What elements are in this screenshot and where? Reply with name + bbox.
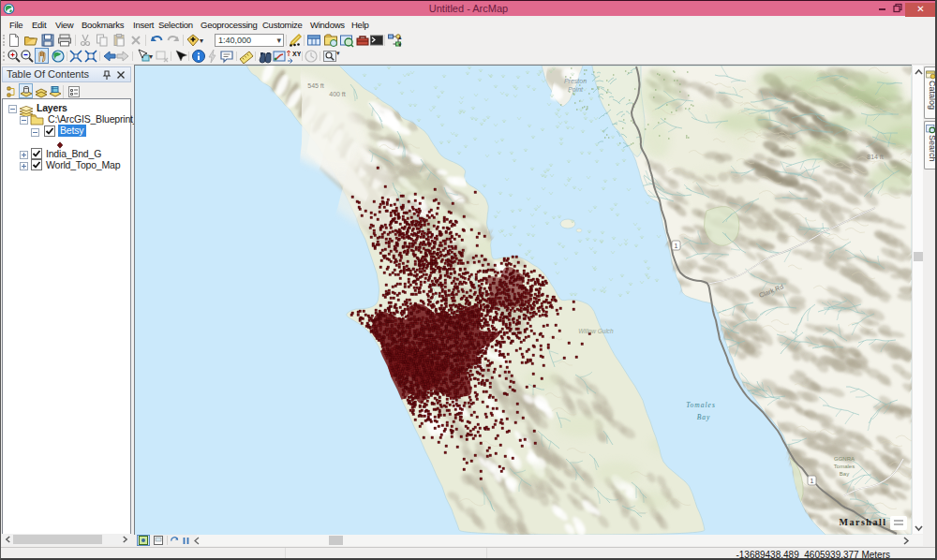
svg-text:GGNRA: GGNRA <box>834 456 855 462</box>
svg-text:Tomales: Tomales <box>834 464 855 469</box>
svg-text:1: 1 <box>675 243 678 249</box>
svg-text:Tomales: Tomales <box>686 401 716 409</box>
svg-text:1: 1 <box>811 478 814 484</box>
svg-text:Preston: Preston <box>564 78 587 84</box>
svg-text:XY: XY <box>292 51 301 57</box>
svg-text:545 ft: 545 ft <box>307 82 324 89</box>
svg-text:400 ft: 400 ft <box>329 91 346 97</box>
svg-text:Marshall: Marshall <box>840 517 887 527</box>
svg-text:Willow Gulch: Willow Gulch <box>578 328 614 334</box>
svg-text:Bay: Bay <box>697 413 711 421</box>
svg-text:Point: Point <box>568 86 584 93</box>
svg-text:Bay: Bay <box>840 471 849 477</box>
svg-text:814 ft: 814 ft <box>867 154 884 160</box>
